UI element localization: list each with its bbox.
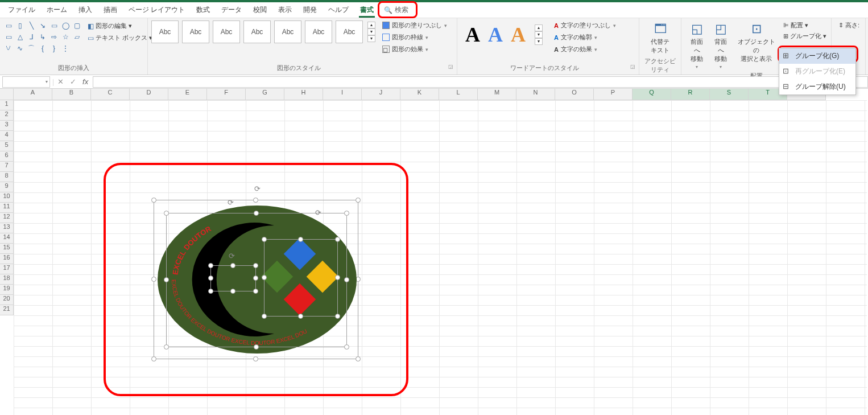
shape-free-icon[interactable]: ∿: [15, 43, 25, 54]
fx-icon[interactable]: fx: [79, 77, 92, 86]
align-button[interactable]: ⊫配置▾: [782, 20, 828, 30]
row-header-11[interactable]: 11: [0, 203, 14, 213]
row-header-18[interactable]: 18: [0, 274, 14, 285]
send-backward-button[interactable]: ◰ 背面へ 移動▾: [709, 20, 733, 71]
wordart-launcher-icon[interactable]: ◲: [630, 64, 635, 69]
name-box[interactable]: ▾: [2, 76, 50, 88]
column-header-N[interactable]: N: [516, 89, 555, 100]
shape-roundrect-icon[interactable]: ▢: [72, 20, 82, 31]
tab-help[interactable]: ヘルプ: [323, 3, 354, 17]
tab-developer[interactable]: 開発: [297, 3, 323, 17]
shape-elbow-icon[interactable]: ⅃: [26, 32, 36, 42]
column-header-R[interactable]: R: [671, 89, 710, 100]
row-header-20[interactable]: 20: [0, 295, 14, 305]
text-box-button[interactable]: ▭テキスト ボックス ▾: [85, 32, 155, 43]
row-header-8[interactable]: 8: [0, 172, 14, 182]
selection-pane-button[interactable]: ⊡ オブジェクトの 選択と表示: [733, 20, 780, 64]
row-header-1[interactable]: 1: [0, 100, 14, 110]
shape-textbox-v-icon[interactable]: ▯: [15, 20, 25, 31]
row-header-17[interactable]: 17: [0, 264, 14, 274]
shape-arc-icon[interactable]: ⌒: [26, 43, 36, 54]
group-button[interactable]: ⊞グループ化▾: [782, 31, 828, 41]
row-header-9[interactable]: 9: [0, 182, 14, 192]
style-preset-1[interactable]: Abc: [151, 20, 179, 43]
shape-styles-launcher-icon[interactable]: ◲: [448, 64, 453, 69]
row-header-4[interactable]: 4: [0, 131, 14, 141]
column-header-D[interactable]: D: [130, 89, 168, 100]
shape-more-icon[interactable]: ⋮: [60, 43, 71, 54]
shape-doc-icon[interactable]: ▱: [72, 32, 82, 42]
text-outline-button[interactable]: A文字の輪郭▾: [553, 32, 617, 42]
wordart-style-3[interactable]: A: [511, 23, 526, 47]
shape-arrow-icon[interactable]: ↘: [38, 20, 48, 31]
wordart-style-2[interactable]: A: [488, 23, 503, 47]
rotation-handle-inner-3[interactable]: ⟳: [228, 252, 235, 260]
edit-shape-button[interactable]: ◧図形の編集 ▾: [85, 20, 155, 31]
shape-fill-button[interactable]: 図形の塗りつぶし▾: [381, 20, 448, 30]
text-fill-button[interactable]: A文字の塗りつぶし▾: [553, 20, 617, 30]
rotation-handle-inner-2[interactable]: ⟳: [314, 208, 322, 216]
select-all-corner[interactable]: [0, 89, 14, 100]
menu-ungroup[interactable]: ⊟グループ解除(U): [779, 79, 855, 94]
column-header-H[interactable]: H: [284, 89, 323, 100]
tab-file[interactable]: ファイル: [2, 3, 41, 17]
style-preset-7[interactable]: Abc: [336, 20, 363, 43]
wordart-style-1[interactable]: A: [465, 23, 480, 47]
row-header-19[interactable]: 19: [0, 285, 14, 295]
rotation-handle-inner-1[interactable]: ⟳: [226, 198, 234, 206]
wa-more-icon[interactable]: ▾: [535, 38, 543, 45]
column-header-B[interactable]: B: [52, 89, 91, 100]
row-header-7[interactable]: 7: [0, 162, 14, 172]
style-preset-3[interactable]: Abc: [213, 20, 240, 43]
gallery-more-icon[interactable]: ▾: [367, 35, 375, 42]
selection-box-diamonds[interactable]: [264, 239, 338, 317]
column-header-Q[interactable]: Q: [633, 89, 671, 100]
gallery-down-icon[interactable]: ▾: [367, 28, 375, 35]
row-header-6[interactable]: 6: [0, 151, 14, 162]
wordart-gallery[interactable]: A A A ▴ ▾ ▾: [461, 20, 547, 49]
shape-effects-button[interactable]: ◻図形の効果▾: [381, 44, 448, 54]
column-header-A[interactable]: A: [14, 89, 52, 100]
column-header-F[interactable]: F: [207, 89, 246, 100]
bring-forward-button[interactable]: ◱ 前面へ 移動▾: [685, 20, 709, 71]
style-preset-6[interactable]: Abc: [305, 20, 332, 43]
menu-group[interactable]: ⊞グループ化(G): [779, 48, 855, 64]
shape-hex-icon[interactable]: ☆: [60, 32, 71, 42]
row-header-3[interactable]: 3: [0, 121, 14, 131]
column-header-O[interactable]: O: [555, 89, 594, 100]
shape-curve-icon[interactable]: ᥎: [3, 43, 14, 54]
selected-shapes-group[interactable]: ⟳ EXCEL DOUTO: [143, 191, 371, 373]
column-header-E[interactable]: E: [168, 89, 207, 100]
search-label[interactable]: 検索: [395, 5, 408, 15]
shape-style-gallery[interactable]: Abc Abc Abc Abc Abc Abc Abc ▴ ▾ ▾: [151, 20, 375, 43]
shape-arrow2-icon[interactable]: ↳: [38, 32, 48, 42]
shape-line-icon[interactable]: ╲: [26, 20, 36, 31]
shape-star-icon[interactable]: ⇨: [49, 32, 59, 42]
shape-outline-button[interactable]: 図形の枠線▾: [381, 32, 448, 42]
tab-insert[interactable]: 挿入: [73, 3, 98, 17]
row-header-12[interactable]: 12: [0, 213, 14, 223]
shape-tri-icon[interactable]: △: [15, 32, 25, 42]
tab-view[interactable]: 表示: [272, 3, 297, 17]
formula-enter-icon[interactable]: ✓: [67, 77, 79, 86]
column-header-L[interactable]: L: [439, 89, 478, 100]
shapes-gallery[interactable]: ▭ ▯ ╲ ↘ ▭ ◯ ▢ ▭ △ ⅃ ↳ ⇨ ☆ ▱ ᥎ ∿ ⌒ { } ⋮: [3, 20, 82, 54]
worksheet-area[interactable]: ABCDEFGHIJKLMNOPQRSTU 123456789101112131…: [0, 89, 868, 415]
shape-textbox-icon[interactable]: ▭: [3, 20, 14, 31]
height-label[interactable]: ⇕高さ:: [837, 20, 861, 30]
wa-up-icon[interactable]: ▴: [535, 24, 543, 31]
shape-brace-r-icon[interactable]: }: [49, 43, 59, 54]
formula-input[interactable]: [93, 76, 868, 88]
tab-data[interactable]: データ: [216, 3, 247, 17]
tab-draw[interactable]: 描画: [98, 3, 123, 17]
column-header-M[interactable]: M: [478, 89, 516, 100]
row-header-2[interactable]: 2: [0, 110, 14, 121]
row-header-16[interactable]: 16: [0, 254, 14, 264]
tab-review[interactable]: 校閲: [247, 3, 272, 17]
style-preset-5[interactable]: Abc: [274, 20, 301, 43]
row-header-13[interactable]: 13: [0, 223, 14, 233]
name-box-dropdown-icon[interactable]: ▾: [46, 79, 48, 84]
tab-formulas[interactable]: 数式: [191, 3, 216, 17]
row-header-21[interactable]: 21: [0, 305, 14, 315]
column-header-P[interactable]: P: [594, 89, 633, 100]
